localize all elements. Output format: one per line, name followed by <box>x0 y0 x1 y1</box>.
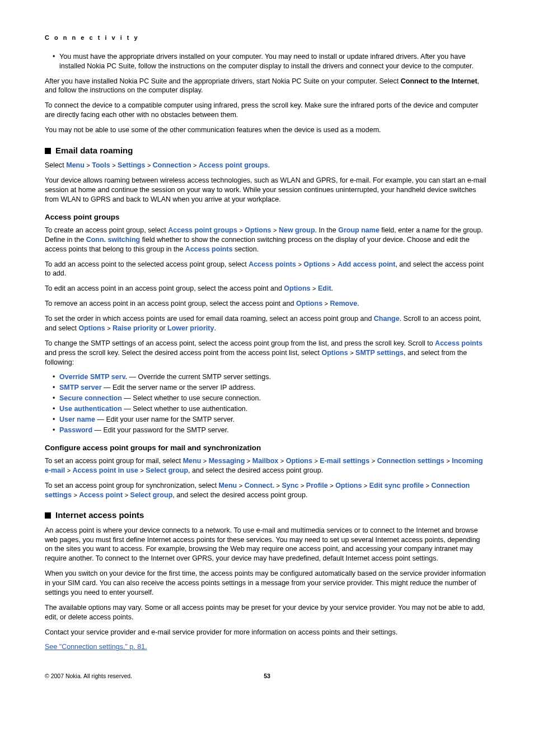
chevron-icon: > <box>298 261 301 268</box>
chevron-icon: > <box>446 458 449 464</box>
field-name: Group name <box>338 226 380 234</box>
menu-item: Edit sync profile <box>369 482 424 489</box>
list-item: User name — Edit your user name for the … <box>53 415 489 424</box>
menu-item: Access point groups <box>168 226 237 234</box>
heading-access-point-groups: Access point groups <box>45 212 489 222</box>
menu-item: Options <box>321 349 348 357</box>
heading-internet-access-points: Internet access points <box>45 510 489 521</box>
text: After you have installed Nokia PC Suite … <box>45 77 401 85</box>
paragraph: To edit an access point in an access poi… <box>45 284 489 293</box>
see-link[interactable]: See "Connection settings," p. 81. <box>45 642 489 652</box>
footer: © 2007 Nokia. All rights reserved. 53 <box>45 672 489 680</box>
chevron-icon: > <box>350 349 353 356</box>
menu-item: Connect. <box>245 482 274 489</box>
chevron-icon: > <box>314 458 317 464</box>
chevron-icon: > <box>112 162 115 169</box>
chevron-icon: > <box>203 458 207 464</box>
text: To set the order in which access points … <box>45 315 374 323</box>
paragraph: An access point is where your device con… <box>45 526 489 564</box>
nav-path: Select Menu > Tools > Settings > Connect… <box>45 161 489 170</box>
menu-item: Edit <box>318 284 331 292</box>
option-desc: — Edit your password for the SMTP server… <box>92 426 229 434</box>
menu-item: Options <box>296 300 322 307</box>
menu-item: Options <box>78 324 105 332</box>
option-label: Password <box>59 426 92 434</box>
option-desc: — Override the current SMTP server setti… <box>127 373 271 381</box>
text: To add an access point to the selected a… <box>45 260 249 268</box>
field-name: Access points <box>185 245 233 253</box>
section-header: C o n n e c t i v i t y <box>45 34 489 42</box>
chevron-icon: > <box>193 162 196 169</box>
chevron-icon: > <box>277 482 280 489</box>
text: To set an access point group for synchro… <box>45 482 219 489</box>
text: , and select the desired access point gr… <box>172 491 307 499</box>
option-desc: — Edit the server name or the server IP … <box>102 384 256 391</box>
menu-item: Access point in use <box>73 466 138 474</box>
menu-item: Settings <box>118 161 145 169</box>
chevron-icon: > <box>364 482 367 489</box>
menu-item: Access point groups <box>199 161 268 169</box>
menu-item: Select group <box>130 491 173 499</box>
menu-item: Menu <box>183 457 202 465</box>
text: To remove an access point in an access p… <box>45 300 296 307</box>
menu-item: Options <box>335 482 362 489</box>
option-label: Override SMTP serv. <box>59 373 127 381</box>
text: , and select the desired access point gr… <box>188 466 323 474</box>
chevron-icon: > <box>301 482 304 489</box>
list-item: You must have the appropriate drivers in… <box>53 52 489 71</box>
field-name: Conn. switching <box>86 236 140 244</box>
text: . In the <box>315 226 339 234</box>
chevron-icon: > <box>280 458 284 464</box>
smtp-options-list: Override SMTP serv. — Override the curre… <box>45 372 489 435</box>
chevron-icon: > <box>67 467 71 474</box>
list-item: SMTP server — Edit the server name or th… <box>53 383 489 393</box>
menu-item: Remove <box>330 300 358 307</box>
option-desc: — Select whether to use secure connectio… <box>122 394 261 402</box>
option-label: Use authentication <box>59 405 122 413</box>
chevron-icon: > <box>247 458 250 464</box>
chevron-icon: > <box>107 325 110 332</box>
chevron-icon: > <box>325 300 328 307</box>
menu-item: Access points <box>435 339 483 347</box>
menu-item: Select group <box>146 466 188 474</box>
paragraph: To set the order in which access points … <box>45 314 489 333</box>
chevron-icon: > <box>372 458 375 464</box>
menu-item: Options <box>286 457 312 465</box>
menu-item: Messaging <box>209 457 245 465</box>
chevron-icon: > <box>330 482 333 489</box>
paragraph: Your device allows roaming between wirel… <box>45 176 489 204</box>
square-bullet-icon <box>45 512 51 519</box>
menu-item: E-mail settings <box>320 457 369 465</box>
page-number: 53 <box>264 672 270 680</box>
paragraph: To set an access point group for synchro… <box>45 481 489 500</box>
text: or <box>157 324 167 332</box>
menu-item: Access point <box>79 491 123 499</box>
chevron-icon: > <box>426 482 429 489</box>
option-label: User name <box>59 416 95 423</box>
menu-item: Options <box>284 284 310 292</box>
menu-item: Menu <box>66 161 85 169</box>
paragraph: The available options may vary. Some or … <box>45 603 489 622</box>
paragraph: To set an access point group for mail, s… <box>45 456 489 475</box>
paragraph: To connect the device to a compatible co… <box>45 101 489 120</box>
text: section. <box>233 245 259 253</box>
chevron-icon: > <box>239 482 242 489</box>
copyright: © 2007 Nokia. All rights reserved. <box>45 672 132 680</box>
menu-item: Lower priority <box>167 324 214 332</box>
chevron-icon: > <box>86 162 90 169</box>
list-item: Override SMTP serv. — Override the curre… <box>53 372 489 382</box>
paragraph: After you have installed Nokia PC Suite … <box>45 77 489 96</box>
menu-item: Options <box>303 260 330 268</box>
chevron-icon: > <box>332 261 335 268</box>
square-bullet-icon <box>45 148 51 154</box>
intro-list: You must have the appropriate drivers in… <box>45 52 489 71</box>
paragraph: When you switch on your device for the f… <box>45 569 489 598</box>
chevron-icon: > <box>312 285 316 292</box>
text: and press the scroll key. Select the des… <box>45 349 321 357</box>
menu-item: New group <box>279 226 315 234</box>
chevron-icon: > <box>125 492 128 498</box>
heading-text: Email data roaming <box>55 145 133 156</box>
link-text[interactable]: See "Connection settings," p. 81. <box>45 643 147 651</box>
heading-email-data-roaming: Email data roaming <box>45 145 489 156</box>
option-desc: — Select whether to use authentication. <box>122 405 247 413</box>
